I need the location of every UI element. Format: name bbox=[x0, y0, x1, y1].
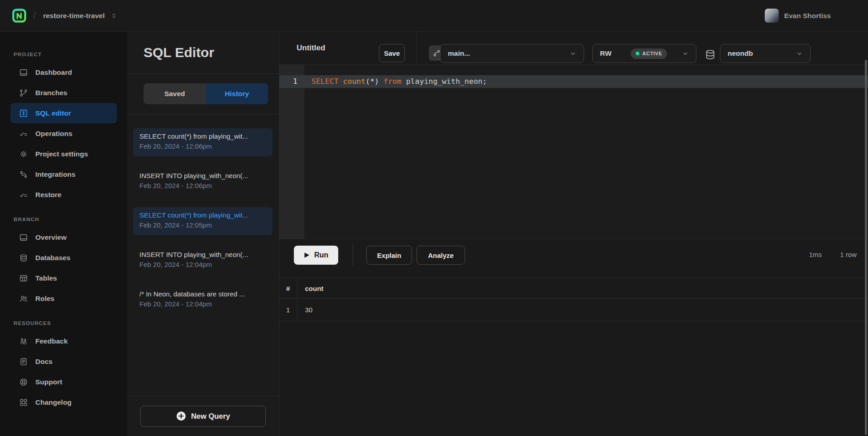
support-icon bbox=[19, 378, 28, 387]
database-select-value: neondb bbox=[728, 49, 753, 58]
sql-function: count bbox=[343, 77, 366, 86]
results-cell-index: 1 bbox=[279, 299, 297, 321]
saved-history-tabs: Saved History bbox=[144, 83, 268, 104]
editor-scrollbar[interactable] bbox=[865, 60, 867, 435]
feedback-icon bbox=[19, 337, 28, 346]
sql-editor-panel: SQL Editor Saved History SELECT count(*)… bbox=[127, 32, 279, 436]
sidebar-item-label: Tables bbox=[35, 274, 57, 282]
sidebar-item-label: Changelog bbox=[35, 398, 72, 407]
analyze-button[interactable]: Analyze bbox=[417, 246, 465, 265]
roles-icon bbox=[19, 294, 28, 303]
active-status-dot bbox=[636, 52, 639, 55]
results-header-count: count bbox=[297, 278, 868, 299]
line-number: 1 bbox=[279, 75, 304, 88]
neon-logo-icon[interactable] bbox=[12, 9, 26, 23]
tables-icon bbox=[19, 274, 28, 283]
query-row-count: 1 row bbox=[840, 251, 857, 258]
topbar-user-area: Evan Shortiss bbox=[765, 9, 868, 23]
query-tab-title: Untitled bbox=[297, 44, 325, 53]
results-cell-count: 30 bbox=[297, 299, 868, 321]
sidebar-item-databases[interactable]: Databases bbox=[10, 247, 117, 268]
run-button[interactable]: Run bbox=[294, 246, 338, 265]
sidebar-item-support[interactable]: Support bbox=[10, 372, 117, 392]
integrations-icon bbox=[19, 170, 28, 179]
sidebar-item-changelog[interactable]: Changelog bbox=[10, 392, 117, 412]
results-header-row: # count bbox=[279, 278, 868, 299]
restore-icon bbox=[19, 190, 28, 199]
history-query: INSERT INTO playing_with_neon(... bbox=[139, 251, 266, 258]
sidebar-item-operations[interactable]: Operations bbox=[10, 123, 117, 144]
sidebar-item-restore[interactable]: Restore bbox=[10, 184, 117, 205]
history-list: SELECT count(*) from playing_wit... Feb … bbox=[127, 114, 279, 314]
sidebar-item-label: Docs bbox=[35, 358, 53, 366]
history-item-4[interactable]: INSERT INTO playing_with_neon(... Feb 20… bbox=[133, 247, 273, 275]
changelog-icon bbox=[19, 398, 28, 407]
sidebar-item-label: Branches bbox=[35, 89, 67, 97]
history-item-5[interactable]: /* In Neon, databases are stored ... Feb… bbox=[133, 286, 273, 314]
history-item-2[interactable]: INSERT INTO playing_with_neon(... Feb 20… bbox=[133, 168, 273, 196]
save-button[interactable]: Save bbox=[379, 44, 405, 62]
sidebar-item-label: Roles bbox=[35, 295, 54, 303]
history-item-3-selected[interactable]: SELECT count(*) from playing_wit... Feb … bbox=[133, 207, 273, 235]
sql-paren: (*) bbox=[365, 77, 384, 86]
history-query: SELECT count(*) from playing_wit... bbox=[139, 211, 266, 219]
sidebar-item-branches[interactable]: Branches bbox=[10, 82, 117, 103]
tab-saved[interactable]: Saved bbox=[144, 83, 206, 104]
sidebar-item-integrations[interactable]: Integrations bbox=[10, 164, 117, 184]
page-title: SQL Editor bbox=[144, 45, 214, 60]
compute-status-label: ACTIVE bbox=[643, 51, 662, 56]
panel-footer: New Query bbox=[127, 396, 279, 436]
new-query-button[interactable]: New Query bbox=[140, 406, 266, 427]
panel-header: SQL Editor bbox=[127, 32, 279, 74]
sidebar-item-roles[interactable]: Roles bbox=[10, 288, 117, 309]
run-label: Run bbox=[314, 251, 328, 259]
code-line-1: 1 SELECT count(*) from playing_with_neon… bbox=[279, 75, 868, 88]
user-avatar[interactable] bbox=[765, 9, 779, 23]
sidebar-section-branch: BRANCH bbox=[0, 217, 127, 222]
breadcrumb-separator: / bbox=[33, 10, 36, 22]
sidebar-item-label: Dashboard bbox=[35, 68, 72, 77]
history-query: SELECT count(*) from playing_wit... bbox=[139, 132, 266, 140]
topbar: / restore-time-travel Evan Shortiss bbox=[0, 0, 868, 32]
user-name[interactable]: Evan Shortiss bbox=[784, 12, 831, 20]
database-select[interactable]: neondb bbox=[720, 44, 810, 63]
sidebar-item-label: Support bbox=[35, 378, 62, 386]
query-toolbar: Untitled Save main... RW ACTIVE neondb bbox=[279, 32, 868, 65]
chevron-down-icon bbox=[796, 50, 803, 57]
compute-select[interactable]: RW ACTIVE bbox=[592, 44, 696, 63]
query-duration: 1ms bbox=[809, 251, 822, 258]
branch-select[interactable]: main... bbox=[440, 44, 584, 63]
sidebar-item-label: Feedback bbox=[35, 337, 68, 345]
sidebar-item-project-settings[interactable]: Project settings bbox=[10, 144, 117, 164]
results-area: # count 1 30 bbox=[279, 278, 868, 321]
tab-history[interactable]: History bbox=[206, 83, 269, 104]
tabs-row: Saved History bbox=[127, 74, 279, 114]
sidebar-item-label: Integrations bbox=[35, 170, 76, 179]
results-header-index: # bbox=[279, 278, 297, 299]
main-area: Untitled Save main... RW ACTIVE neondb bbox=[279, 32, 868, 436]
breadcrumb-project-name[interactable]: restore-time-travel bbox=[43, 12, 105, 20]
results-row[interactable]: 1 30 bbox=[279, 299, 868, 321]
sql-editor-icon bbox=[19, 109, 28, 118]
sidebar-item-overview[interactable]: Overview bbox=[10, 227, 117, 247]
history-date: Feb 20, 2024 - 12:04pm bbox=[139, 261, 266, 268]
sidebar-item-sql-editor[interactable]: SQL editor bbox=[10, 103, 117, 123]
history-item-1[interactable]: SELECT count(*) from playing_wit... Feb … bbox=[133, 128, 273, 156]
sidebar-item-tables[interactable]: Tables bbox=[10, 268, 117, 288]
sidebar-item-dashboard[interactable]: Dashboard bbox=[10, 62, 117, 82]
branches-icon bbox=[19, 88, 28, 97]
code-editor[interactable]: 1 SELECT count(*) from playing_with_neon… bbox=[279, 65, 868, 239]
sidebar-item-label: Overview bbox=[35, 233, 67, 242]
action-divider bbox=[353, 244, 353, 266]
sql-keyword: from bbox=[384, 77, 402, 86]
editor-gutter bbox=[279, 65, 304, 239]
sidebar-item-label: Operations bbox=[35, 130, 72, 138]
sidebar-item-docs[interactable]: Docs bbox=[10, 351, 117, 372]
sidebar-item-label: Databases bbox=[35, 254, 71, 262]
project-switcher-icon[interactable] bbox=[110, 12, 117, 20]
history-query: INSERT INTO playing_with_neon(... bbox=[139, 172, 266, 179]
database-icon bbox=[19, 253, 28, 262]
play-icon bbox=[304, 252, 310, 258]
sidebar-item-feedback[interactable]: Feedback bbox=[10, 331, 117, 351]
explain-button[interactable]: Explain bbox=[366, 246, 412, 265]
